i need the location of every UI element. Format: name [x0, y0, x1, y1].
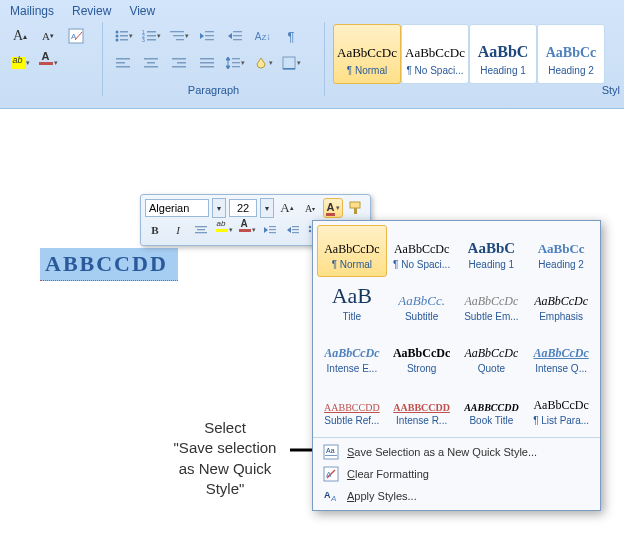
- tab-mailings[interactable]: Mailings: [10, 4, 54, 18]
- svg-rect-38: [283, 57, 295, 69]
- justify-button[interactable]: [195, 51, 219, 75]
- borders-button[interactable]: ▾: [279, 51, 303, 75]
- sort-button[interactable]: AZ↓: [251, 24, 275, 48]
- font-color-button[interactable]: A▾: [36, 51, 60, 75]
- svg-rect-47: [269, 232, 276, 233]
- style-cell-2[interactable]: AaBbCHeading 1: [457, 225, 527, 277]
- svg-rect-34: [200, 66, 214, 68]
- italic-mini[interactable]: I: [168, 220, 188, 240]
- increase-indent-mini[interactable]: [283, 220, 303, 240]
- svg-rect-22: [233, 39, 242, 40]
- font-size-input[interactable]: [229, 199, 257, 217]
- multilevel-list-button[interactable]: ▾: [167, 24, 191, 48]
- bullets-button[interactable]: ▾: [111, 24, 135, 48]
- svg-point-51: [308, 226, 310, 228]
- svg-rect-19: [205, 39, 214, 40]
- shrink-font-button[interactable]: A▾: [36, 24, 60, 48]
- svg-rect-44: [195, 232, 207, 233]
- style-cell-3[interactable]: AaBbCcHeading 2: [526, 225, 596, 277]
- styles-grid: AaBbCcDc¶ NormalAaBbCcDc¶ No Spaci...AaB…: [313, 221, 600, 437]
- svg-rect-21: [233, 35, 242, 36]
- tab-view[interactable]: View: [129, 4, 155, 18]
- svg-rect-40: [350, 202, 360, 208]
- svg-text:A: A: [326, 470, 332, 479]
- svg-rect-5: [120, 35, 128, 37]
- line-spacing-button[interactable]: ▾: [223, 51, 247, 75]
- ribbon-style-2[interactable]: AaBbCHeading 1: [469, 24, 537, 84]
- styles-mini-button[interactable]: A▾: [323, 198, 343, 218]
- svg-rect-24: [116, 62, 125, 64]
- style-cell-15[interactable]: AaBbCcDc¶ List Para...: [526, 381, 596, 433]
- save-style-icon: Aa: [323, 444, 339, 460]
- font-color-mini[interactable]: A▾: [237, 220, 257, 240]
- svg-rect-18: [205, 35, 214, 36]
- show-marks-button[interactable]: ¶: [279, 24, 303, 48]
- svg-rect-7: [120, 39, 128, 41]
- svg-text:3: 3: [142, 37, 145, 43]
- svg-rect-3: [120, 31, 128, 33]
- ribbon-style-1[interactable]: AaBbCcDc¶ No Spaci...: [401, 24, 469, 84]
- style-cell-7[interactable]: AaBbCcDcEmphasis: [526, 277, 596, 329]
- svg-rect-35: [232, 58, 240, 59]
- highlight-button[interactable]: ab▾: [8, 51, 32, 75]
- svg-rect-57: [325, 455, 337, 456]
- style-cell-11[interactable]: AaBbCcDcIntense Q...: [526, 329, 596, 381]
- clear-formatting-icon[interactable]: A: [64, 24, 88, 48]
- font-family-dropdown[interactable]: ▾: [212, 198, 226, 218]
- style-cell-10[interactable]: AaBbCcDcQuote: [457, 329, 527, 381]
- highlight-mini[interactable]: ab▾: [214, 220, 234, 240]
- apply-styles-icon: AA: [323, 488, 339, 504]
- apply-styles-item[interactable]: AA Apply Styles...: [313, 485, 600, 507]
- svg-rect-25: [116, 66, 130, 68]
- tab-review[interactable]: Review: [72, 4, 111, 18]
- svg-rect-15: [173, 35, 184, 36]
- style-cell-13[interactable]: AABBCCDDIntense R...: [387, 381, 457, 433]
- shrink-font-mini[interactable]: A▾: [300, 198, 320, 218]
- style-cell-9[interactable]: AaBbCcDcStrong: [387, 329, 457, 381]
- styles-gallery-ribbon[interactable]: AaBbCcDc¶ NormalAaBbCcDc¶ No Spaci...AaB…: [333, 24, 605, 82]
- grow-font-mini[interactable]: A▴: [277, 198, 297, 218]
- svg-rect-29: [172, 58, 186, 60]
- format-painter-mini[interactable]: [346, 198, 366, 218]
- ribbon: Mailings Review View A▴ A▾ A ab▾ A▾: [0, 0, 624, 109]
- svg-rect-48: [292, 226, 299, 227]
- instruction-text: Select "Save selection as New Quick Styl…: [160, 418, 290, 499]
- align-center-mini[interactable]: [191, 220, 211, 240]
- svg-text:Aa: Aa: [326, 447, 335, 454]
- svg-rect-26: [144, 58, 158, 60]
- svg-point-4: [115, 35, 118, 38]
- style-cell-4[interactable]: AaBTitle: [317, 277, 387, 329]
- style-cell-6[interactable]: AaBbCcDcSubtle Em...: [457, 277, 527, 329]
- align-center-button[interactable]: [139, 51, 163, 75]
- style-cell-12[interactable]: AABBCCDDSubtle Ref...: [317, 381, 387, 433]
- align-right-button[interactable]: [167, 51, 191, 75]
- font-family-input[interactable]: [145, 199, 209, 217]
- save-selection-new-style[interactable]: Aa Save Selection as a New Quick Style..…: [313, 441, 600, 463]
- ribbon-style-3[interactable]: AaBbCcHeading 2: [537, 24, 605, 84]
- grow-font-button[interactable]: A▴: [8, 24, 32, 48]
- clear-formatting-icon: A: [323, 466, 339, 482]
- numbering-button[interactable]: 123▾: [139, 24, 163, 48]
- style-cell-8[interactable]: AaBbCcDcIntense E...: [317, 329, 387, 381]
- style-cell-1[interactable]: AaBbCcDc¶ No Spaci...: [387, 225, 457, 277]
- document-selected-text[interactable]: ABBCCDD: [40, 248, 178, 281]
- bold-mini[interactable]: B: [145, 220, 165, 240]
- decrease-indent-mini[interactable]: [260, 220, 280, 240]
- ribbon-style-0[interactable]: AaBbCcDc¶ Normal: [333, 24, 401, 84]
- svg-rect-16: [176, 39, 184, 40]
- shading-button[interactable]: ▾: [251, 51, 275, 75]
- increase-indent-button[interactable]: [223, 24, 247, 48]
- paragraph-group-label: Paragraph: [103, 84, 324, 96]
- svg-rect-11: [147, 35, 156, 37]
- clear-formatting-item[interactable]: A Clear Formatting: [313, 463, 600, 485]
- style-cell-5[interactable]: AaBbCc.Subtitle: [387, 277, 457, 329]
- style-cell-14[interactable]: AABBCCDDBook Title: [457, 381, 527, 433]
- svg-rect-9: [147, 31, 156, 33]
- font-size-dropdown[interactable]: ▾: [260, 198, 274, 218]
- quick-styles-popup: AaBbCcDc¶ NormalAaBbCcDc¶ No Spaci...AaB…: [312, 220, 601, 511]
- align-left-button[interactable]: [111, 51, 135, 75]
- style-cell-0[interactable]: AaBbCcDc¶ Normal: [317, 225, 387, 277]
- decrease-indent-button[interactable]: [195, 24, 219, 48]
- svg-rect-46: [269, 229, 276, 230]
- svg-rect-20: [233, 31, 242, 32]
